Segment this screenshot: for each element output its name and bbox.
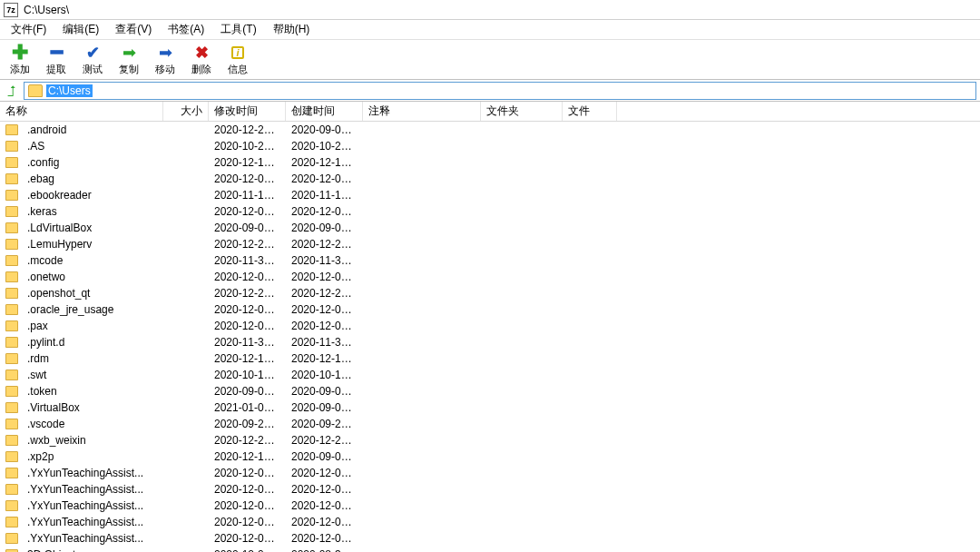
up-arrow-icon: ⮥ xyxy=(5,84,18,98)
folder-icon xyxy=(5,239,18,250)
menu-tools[interactable]: 工具(T) xyxy=(213,20,263,39)
add-button[interactable]: ✚ 添加 xyxy=(7,44,33,76)
copy-button[interactable]: ➡ 复制 xyxy=(116,44,142,76)
col-size[interactable]: 大小 xyxy=(163,102,209,121)
item-modified: 2020-12-29 1... xyxy=(209,434,286,447)
item-modified: 2020-12-01 1... xyxy=(209,483,286,496)
item-created: 2020-09-02 1... xyxy=(286,222,363,234)
list-item[interactable]: .AS2020-10-27 1...2020-10-27 1... xyxy=(0,138,980,154)
list-item[interactable]: .swt2020-10-16 1...2020-10-16 1... xyxy=(0,367,980,383)
list-item[interactable]: .LdVirtualBox2020-09-02 1...2020-09-02 1… xyxy=(0,220,980,236)
list-item[interactable]: .wxb_weixin2020-12-29 1...2020-12-29 1..… xyxy=(0,432,980,448)
menu-bookmarks[interactable]: 书签(A) xyxy=(161,20,211,39)
titlebar[interactable]: 7z C:\Users\ xyxy=(0,0,980,20)
item-name: .LdVirtualBox xyxy=(22,222,163,234)
item-modified: 2021-01-05 1... xyxy=(209,401,286,414)
item-created: 2020-12-22 1... xyxy=(286,287,363,300)
item-created: 2020-12-01 1... xyxy=(286,499,363,512)
item-name: .YxYunTeachingAssist... xyxy=(22,532,163,545)
item-modified: 2020-12-03 1... xyxy=(209,172,286,185)
list-item[interactable]: .YxYunTeachingAssist...2020-12-01 1...20… xyxy=(0,481,980,498)
list-item[interactable]: .token2020-09-08 1...2020-09-08 1... xyxy=(0,383,980,399)
list-item[interactable]: .pylint.d2020-11-30 1...2020-11-30 1... xyxy=(0,334,980,350)
item-modified: 2020-11-30 1... xyxy=(209,336,286,349)
menu-help[interactable]: 帮助(H) xyxy=(266,20,318,39)
test-button[interactable]: ✔ 测试 xyxy=(80,44,105,76)
extract-button[interactable]: ━ 提取 xyxy=(44,44,69,76)
item-modified: 2020-12-01 1... xyxy=(209,516,286,528)
check-icon: ✔ xyxy=(86,43,100,63)
item-created: 2020-09-02 1... xyxy=(286,450,363,463)
folder-icon xyxy=(5,255,18,266)
item-modified: 2020-12-29 1... xyxy=(209,238,286,251)
item-modified: 2020-09-02 1... xyxy=(209,222,286,234)
item-name: .LemuHyperv xyxy=(22,238,163,251)
menu-view[interactable]: 查看(V) xyxy=(108,20,159,39)
file-list[interactable]: 名称 大小 修改时间 创建时间 注释 文件夹 文件 .android2020-1… xyxy=(0,102,980,552)
list-item[interactable]: .LemuHyperv2020-12-29 1...2020-12-28 1..… xyxy=(0,236,980,252)
item-name: .pax xyxy=(22,320,163,332)
list-item[interactable]: .pax2020-12-09 1...2020-12-09 1... xyxy=(0,318,980,334)
item-name: .wxb_weixin xyxy=(22,434,163,447)
item-modified: 2020-12-03 1... xyxy=(209,303,286,316)
path-field[interactable]: C:\Users xyxy=(24,82,976,100)
item-modified: 2020-12-01 1... xyxy=(209,467,286,479)
list-item[interactable]: .VirtualBox2021-01-05 1...2020-09-04 1..… xyxy=(0,399,980,416)
item-name: .YxYunTeachingAssist... xyxy=(22,467,163,479)
list-item[interactable]: .ebag2020-12-03 1...2020-12-03 1... xyxy=(0,171,980,187)
folder-icon xyxy=(5,304,18,315)
list-item[interactable]: .YxYunTeachingAssist...2020-12-01 1...20… xyxy=(0,514,980,530)
app-icon: 7z xyxy=(4,3,18,17)
col-created[interactable]: 创建时间 xyxy=(286,102,363,121)
item-name: .mcode xyxy=(22,254,163,267)
list-item[interactable]: .mcode2020-11-30 1...2020-11-30 1... xyxy=(0,252,980,269)
col-modified[interactable]: 修改时间 xyxy=(209,102,286,121)
item-created: 2020-09-02 1... xyxy=(286,123,363,136)
item-name: .vscode xyxy=(22,418,163,430)
folder-icon xyxy=(5,402,18,413)
list-item[interactable]: .xp2p2020-12-17 0...2020-09-02 1... xyxy=(0,448,980,465)
column-headers: 名称 大小 修改时间 创建时间 注释 文件夹 文件 xyxy=(0,102,980,122)
folder-icon xyxy=(5,500,18,511)
folder-icon xyxy=(5,370,18,380)
col-folder[interactable]: 文件夹 xyxy=(481,102,563,121)
folder-icon xyxy=(5,141,18,152)
list-item[interactable]: .vscode2020-09-22 1...2020-09-22 1... xyxy=(0,416,980,432)
item-modified: 2020-12-01 1... xyxy=(209,532,286,545)
info-icon: i xyxy=(231,46,244,59)
col-name[interactable]: 名称 xyxy=(0,102,163,121)
item-modified: 2020-12-17 1... xyxy=(209,352,286,365)
menu-edit[interactable]: 编辑(E) xyxy=(55,20,106,39)
folder-icon xyxy=(5,337,18,348)
list-item[interactable]: .ebookreader2020-11-11 1...2020-11-11 1.… xyxy=(0,187,980,203)
item-name: .token xyxy=(22,385,163,398)
list-item[interactable]: .openshot_qt2020-12-22 1...2020-12-22 1.… xyxy=(0,285,980,301)
folder-icon xyxy=(5,386,18,397)
delete-button[interactable]: ✖ 删除 xyxy=(189,44,214,76)
folder-icon xyxy=(5,173,18,184)
col-comment[interactable]: 注释 xyxy=(363,102,481,121)
list-item[interactable]: .onetwo2020-12-08 1...2020-12-08 1... xyxy=(0,269,980,285)
up-button[interactable]: ⮥ xyxy=(4,83,20,99)
item-modified: 2020-12-17 1... xyxy=(209,156,286,169)
col-file[interactable]: 文件 xyxy=(563,102,617,121)
item-name: .xp2p xyxy=(22,450,163,463)
item-name: .rdm xyxy=(22,352,163,365)
list-item[interactable]: .android2020-12-28 1...2020-09-02 1... xyxy=(0,122,980,138)
list-item[interactable]: 3D Objects2020-12-09 1...2020-08-31 1... xyxy=(0,547,980,552)
list-item[interactable]: .keras2020-12-04 1...2020-12-04 1... xyxy=(0,203,980,220)
list-item[interactable]: .rdm2020-12-17 1...2020-12-17 1... xyxy=(0,350,980,367)
addressbar: ⮥ C:\Users xyxy=(0,80,980,102)
menu-file[interactable]: 文件(F) xyxy=(4,20,54,39)
item-created: 2020-11-30 1... xyxy=(286,336,363,349)
folder-icon xyxy=(5,435,18,446)
list-item[interactable]: .config2020-12-17 1...2020-12-17 1... xyxy=(0,154,980,171)
info-button[interactable]: i 信息 xyxy=(225,44,250,76)
list-item[interactable]: .oracle_jre_usage2020-12-03 1...2020-12-… xyxy=(0,301,980,318)
item-created: 2020-12-17 1... xyxy=(286,352,363,365)
move-button[interactable]: ➡ 移动 xyxy=(152,44,178,76)
list-item[interactable]: .YxYunTeachingAssist...2020-12-01 1...20… xyxy=(0,498,980,514)
list-item[interactable]: .YxYunTeachingAssist...2020-12-01 1...20… xyxy=(0,530,980,547)
item-created: 2020-11-30 1... xyxy=(286,254,363,267)
list-item[interactable]: .YxYunTeachingAssist...2020-12-01 1...20… xyxy=(0,465,980,481)
